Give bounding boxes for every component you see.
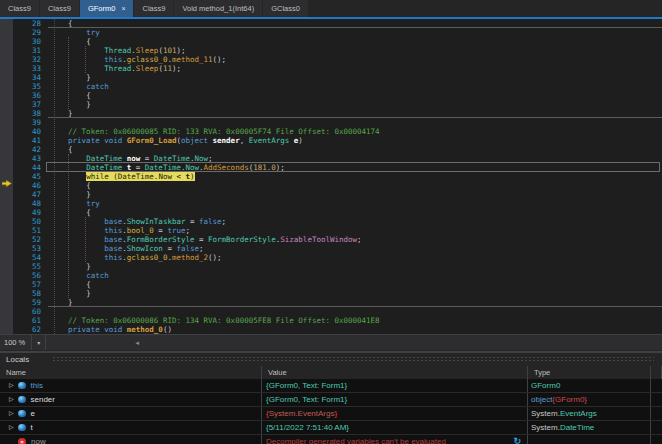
row-filler: [651, 379, 662, 392]
token: Sleep: [136, 46, 159, 55]
code-text[interactable]: }: [50, 289, 91, 298]
code-line: 56 catch: [0, 271, 662, 280]
token: Now: [185, 163, 199, 172]
tab-label: GClass0: [271, 4, 300, 13]
code-editor[interactable]: 28 {29 try30 {31 Thread.Sleep(101);32 th…: [0, 19, 662, 334]
code-text[interactable]: }: [50, 73, 91, 82]
tab-gform0[interactable]: GForm0×: [80, 0, 134, 17]
line-number: 48: [13, 199, 41, 208]
token: ,: [240, 136, 249, 145]
token: false: [176, 244, 199, 253]
column-header-name[interactable]: Name: [0, 366, 262, 379]
code-line: 51 this.bool_0 = true;: [0, 226, 662, 235]
locals-row-e[interactable]: ▷e{System.EventArgs}System.EventArgs: [0, 407, 662, 421]
tab-class9[interactable]: Class9: [40, 0, 79, 17]
token: base: [104, 244, 122, 253]
code-text[interactable]: catch: [50, 271, 109, 280]
expander-icon[interactable]: ▷: [9, 421, 18, 434]
value-cell[interactable]: {System.EventArgs}: [262, 407, 528, 420]
value-text: System.EventArgs: [269, 409, 335, 418]
row-filler: [651, 421, 662, 434]
tab-class9[interactable]: Class9: [134, 0, 173, 17]
token: =: [195, 235, 209, 244]
value-cell[interactable]: {5/11/2022 7:51:40 AM}: [262, 421, 528, 434]
code-text[interactable]: catch: [50, 82, 109, 91]
value-text: {5/11/2022 7:51:40 AM}: [266, 423, 349, 432]
code-text[interactable]: {: [50, 145, 73, 154]
expander-icon[interactable]: ▷: [9, 379, 18, 392]
code-text[interactable]: this.bool_0 = true;: [50, 226, 190, 235]
column-header-type[interactable]: Type: [528, 366, 651, 379]
code-text[interactable]: this.gclass0_0.method_2();: [50, 253, 222, 262]
code-text[interactable]: }: [50, 190, 91, 199]
code-text[interactable]: private void method_0(): [50, 325, 172, 334]
code-text[interactable]: {: [50, 181, 91, 190]
code-text[interactable]: while (DateTime.Now < t): [50, 172, 195, 181]
value-cell[interactable]: Decompiler generated variables can't be …: [262, 435, 528, 444]
code-text[interactable]: base.ShowIcon = false;: [50, 244, 204, 253]
scroll-left-icon[interactable]: ◄: [134, 335, 140, 350]
code-line: 40 // Token: 0x06000085 RID: 133 RVA: 0x…: [0, 127, 662, 136]
code-text[interactable]: {: [50, 280, 91, 289]
code-line: 42 {: [0, 145, 662, 154]
value-cell[interactable]: {GForm0, Text: Form1}: [262, 393, 528, 406]
token: FormBorderStyle: [127, 235, 195, 244]
code-line: 62 private void method_0(): [0, 325, 662, 334]
code-text[interactable]: }: [50, 100, 91, 109]
code-text[interactable]: base.FormBorderStyle = FormBorderStyle.S…: [50, 235, 362, 244]
token: {: [86, 181, 91, 190]
locals-row-sender[interactable]: ▷sender{GForm0, Text: Form1}object {GFor…: [0, 393, 662, 407]
code-text[interactable]: DateTime t = DateTime.Now.AddSeconds(181…: [50, 163, 285, 172]
code-text[interactable]: this.gclass0_0.method_11();: [50, 55, 226, 64]
variable-name: now: [31, 437, 46, 444]
code-text[interactable]: {: [50, 37, 91, 46]
line-number: 47: [13, 190, 41, 199]
line-number: 37: [13, 100, 41, 109]
horizontal-scrollbar[interactable]: ◄: [46, 335, 662, 350]
token: {: [68, 145, 73, 154]
code-text[interactable]: // Token: 0x06000086 RID: 134 RVA: 0x000…: [50, 316, 380, 325]
code-text[interactable]: }: [50, 262, 91, 271]
tab-void-method_1-int64-[interactable]: Void method_1(Int64): [174, 0, 262, 17]
locals-row-now[interactable]: ×nowDecompiler generated variables can't…: [0, 435, 662, 444]
value-text: }: [334, 409, 337, 418]
indent: [50, 226, 104, 235]
code-text[interactable]: DateTime now = DateTime.Now;: [50, 154, 213, 163]
code-line: 33 Thread.Sleep(11);: [0, 64, 662, 73]
tab-label: Class9: [48, 4, 71, 13]
code-text[interactable]: base.ShowInTaskbar = false;: [50, 217, 226, 226]
tab-class9[interactable]: Class9: [0, 0, 39, 17]
expander-icon[interactable]: ▷: [9, 407, 18, 420]
tab-gclass0[interactable]: GClass0: [263, 0, 308, 17]
close-icon[interactable]: ×: [121, 5, 125, 12]
token: Thread: [104, 64, 131, 73]
code-text[interactable]: {: [50, 91, 91, 100]
value-cell[interactable]: {GForm0, Text: Form1}: [262, 379, 528, 392]
code-text[interactable]: Thread.Sleep(11);: [50, 64, 181, 73]
line-number: 58: [13, 289, 41, 298]
expander-icon[interactable]: ▷: [9, 393, 18, 406]
code-text[interactable]: try: [50, 199, 100, 208]
code-text[interactable]: try: [50, 28, 100, 37]
token: 11: [163, 64, 172, 73]
zoom-level-button[interactable]: 100 %: [0, 335, 31, 350]
line-number: 41: [13, 136, 41, 145]
zoom-dropdown-button[interactable]: ▾: [31, 335, 46, 350]
locals-row-t[interactable]: ▷t{5/11/2022 7:51:40 AM}System.DateTime: [0, 421, 662, 435]
code-text[interactable]: Thread.Sleep(101);: [50, 46, 185, 55]
code-text[interactable]: private void GForm0_Load(object sender, …: [50, 136, 303, 145]
indent: [50, 55, 104, 64]
token: EventArgs: [249, 136, 290, 145]
column-header-value[interactable]: Value: [262, 366, 528, 379]
indent: [50, 262, 86, 271]
refresh-icon[interactable]: ↻: [513, 435, 521, 444]
tab-label: Class9: [8, 4, 31, 13]
code-text[interactable]: // Token: 0x06000085 RID: 133 RVA: 0x000…: [50, 127, 380, 136]
indent: [50, 289, 86, 298]
code-text[interactable]: {: [50, 208, 91, 217]
token: }: [86, 190, 91, 199]
line-number: 55: [13, 262, 41, 271]
token: ): [190, 172, 195, 181]
token: {: [86, 208, 91, 217]
locals-row-this[interactable]: ▷this{GForm0, Text: Form1}GForm0: [0, 379, 662, 393]
